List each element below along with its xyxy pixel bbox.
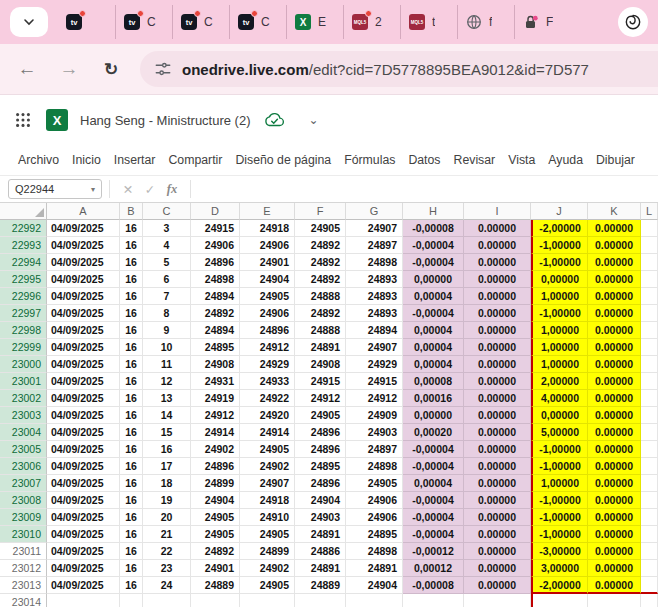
cell[interactable]: 0.00000 <box>464 475 531 492</box>
row-header[interactable]: 22999 <box>0 339 47 356</box>
cell[interactable]: 16 <box>120 339 143 356</box>
cell[interactable]: 04/09/2025 <box>47 356 120 373</box>
cell[interactable]: 24888 <box>295 322 346 339</box>
name-box[interactable]: Q22944 ▾ <box>8 179 102 199</box>
cell[interactable] <box>641 339 658 356</box>
menu-datos[interactable]: Datos <box>408 153 440 167</box>
cell[interactable]: 24905 <box>191 509 240 526</box>
column-header[interactable]: E <box>240 203 295 220</box>
cell[interactable]: 0.00000 <box>464 407 531 424</box>
row-header[interactable]: 23006 <box>0 458 47 475</box>
cell[interactable]: 0.00000 <box>588 390 641 407</box>
cell[interactable] <box>641 594 658 607</box>
column-header[interactable]: D <box>191 203 240 220</box>
cell[interactable]: 24915 <box>295 373 346 390</box>
cell[interactable]: 24898 <box>346 543 403 560</box>
cell[interactable]: 0,00004 <box>403 288 464 305</box>
cell[interactable]: 16 <box>120 441 143 458</box>
cell[interactable]: 24909 <box>346 407 403 424</box>
cell[interactable]: 16 <box>120 288 143 305</box>
cell[interactable]: 0.00000 <box>464 356 531 373</box>
cell[interactable] <box>641 271 658 288</box>
row-header[interactable]: 23002 <box>0 390 47 407</box>
cell[interactable]: 04/09/2025 <box>47 390 120 407</box>
cell[interactable]: 24898 <box>346 254 403 271</box>
cell[interactable]: 10 <box>143 339 191 356</box>
cell[interactable]: 0.00000 <box>464 424 531 441</box>
cell[interactable]: 24897 <box>346 441 403 458</box>
cell[interactable]: -1,00000 <box>531 509 588 526</box>
cell[interactable]: 0.00000 <box>588 560 641 577</box>
cell[interactable] <box>403 594 464 607</box>
cell[interactable] <box>641 509 658 526</box>
cell[interactable]: 24889 <box>295 577 346 594</box>
cell[interactable]: 16 <box>120 322 143 339</box>
excel-logo[interactable]: X <box>46 109 68 131</box>
cell[interactable]: 1,00000 <box>531 475 588 492</box>
cell[interactable]: -1,00000 <box>531 254 588 271</box>
cell[interactable]: 24896 <box>191 254 240 271</box>
cell[interactable]: 0,00000 <box>531 271 588 288</box>
cell[interactable]: 24908 <box>191 356 240 373</box>
cell[interactable]: 24893 <box>346 288 403 305</box>
cell[interactable]: 0.00000 <box>464 458 531 475</box>
tab-search-button[interactable] <box>10 7 48 37</box>
cell[interactable]: 0,00004 <box>403 339 464 356</box>
extension-button[interactable] <box>618 7 648 37</box>
formula-input[interactable] <box>198 176 650 202</box>
cell[interactable]: 04/09/2025 <box>47 407 120 424</box>
cell[interactable]: 24894 <box>346 322 403 339</box>
cell[interactable]: 24901 <box>191 560 240 577</box>
row-header[interactable]: 22995 <box>0 271 47 288</box>
column-header[interactable]: J <box>531 203 588 220</box>
cell[interactable]: -2,00000 <box>531 220 588 237</box>
address-bar[interactable]: onedrive.live.com/edit?cid=7D5778895BEA9… <box>140 51 658 87</box>
cell[interactable]: 13 <box>143 390 191 407</box>
cell[interactable]: 24892 <box>295 254 346 271</box>
cell[interactable]: 17 <box>143 458 191 475</box>
cell[interactable]: 4 <box>143 237 191 254</box>
cell[interactable]: 6 <box>143 271 191 288</box>
cell[interactable]: 04/09/2025 <box>47 373 120 390</box>
cell[interactable]: 24906 <box>346 509 403 526</box>
cell[interactable]: 1,00000 <box>531 322 588 339</box>
cell[interactable]: 16 <box>120 424 143 441</box>
cell[interactable]: 24918 <box>240 492 295 509</box>
cell[interactable]: 24891 <box>346 560 403 577</box>
cell[interactable]: 24914 <box>240 424 295 441</box>
cell[interactable]: 16 <box>120 220 143 237</box>
cell[interactable]: 0.00000 <box>464 237 531 254</box>
cell[interactable]: 0.00000 <box>588 220 641 237</box>
cell[interactable]: 04/09/2025 <box>47 560 120 577</box>
cell[interactable]: 2,00000 <box>531 373 588 390</box>
cell[interactable]: 24902 <box>240 560 295 577</box>
cell[interactable]: 24908 <box>295 356 346 373</box>
cell[interactable]: 24933 <box>240 373 295 390</box>
cell[interactable]: 24899 <box>240 543 295 560</box>
column-header[interactable]: F <box>295 203 346 220</box>
cell[interactable]: 16 <box>120 458 143 475</box>
cell[interactable]: 0.00000 <box>588 543 641 560</box>
row-header[interactable]: 23008 <box>0 492 47 509</box>
cell[interactable] <box>641 254 658 271</box>
cell[interactable]: 24892 <box>191 543 240 560</box>
cell[interactable]: 21 <box>143 526 191 543</box>
cell[interactable]: 04/09/2025 <box>47 339 120 356</box>
cell[interactable]: 23 <box>143 560 191 577</box>
cell[interactable]: 24904 <box>240 271 295 288</box>
cell[interactable]: -0,00008 <box>403 577 464 594</box>
cell[interactable]: -0,00008 <box>403 220 464 237</box>
cell[interactable] <box>641 577 658 594</box>
cell[interactable]: 12 <box>143 373 191 390</box>
workbook-title[interactable]: Hang Seng - Ministructure (2) <box>80 113 251 128</box>
cell[interactable]: 04/09/2025 <box>47 526 120 543</box>
cell[interactable]: 24895 <box>191 339 240 356</box>
cell[interactable]: 24895 <box>295 458 346 475</box>
cell[interactable] <box>641 441 658 458</box>
cell[interactable]: 24892 <box>191 305 240 322</box>
column-header[interactable]: C <box>143 203 191 220</box>
cell[interactable]: 04/09/2025 <box>47 543 120 560</box>
cell[interactable]: 0.00000 <box>588 254 641 271</box>
cell[interactable]: 24 <box>143 577 191 594</box>
row-header[interactable]: 23000 <box>0 356 47 373</box>
